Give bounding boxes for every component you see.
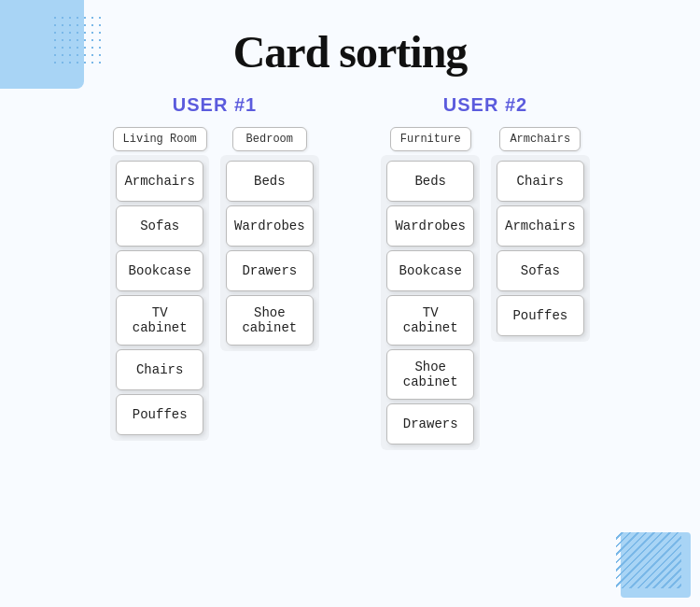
user1-living-room-group: Living Room ArmchairsSofasBookcaseTV cab… xyxy=(110,127,209,441)
list-item: Armchairs xyxy=(497,205,584,247)
user1-living-room-category: Living Room xyxy=(113,127,207,151)
user1-bedroom-category: Bedroom xyxy=(232,127,307,151)
list-item: Drawers xyxy=(386,403,474,445)
list-item: Armchairs xyxy=(116,161,203,202)
list-item: Shoe cabinet xyxy=(226,295,314,346)
list-item: Chairs xyxy=(497,161,584,202)
list-item: TV cabinet xyxy=(116,295,203,346)
decoration-br-lines xyxy=(616,532,681,588)
user2-furniture-items: BedsWardrobesBookcaseTV cabinetShoe cabi… xyxy=(381,155,480,450)
user2-columns: Furniture BedsWardrobesBookcaseTV cabine… xyxy=(381,127,589,450)
users-container: USER #1 Living Room ArmchairsSofasBookca… xyxy=(0,94,700,450)
list-item: TV cabinet xyxy=(386,295,474,346)
list-item: Sofas xyxy=(116,205,203,247)
decoration-tl-dots xyxy=(51,14,103,65)
list-item: Chairs xyxy=(116,349,203,390)
list-item: Pouffes xyxy=(116,394,203,435)
user2-armchairs-group: Armchairs ChairsArmchairsSofasPouffes xyxy=(491,127,590,342)
user1-living-room-items: ArmchairsSofasBookcaseTV cabinetChairsPo… xyxy=(110,155,209,441)
list-item: Wardrobes xyxy=(386,205,474,247)
user2-label: USER #2 xyxy=(443,94,527,116)
user2-armchairs-category: Armchairs xyxy=(499,127,581,151)
list-item: Drawers xyxy=(226,250,314,291)
user2-section: USER #2 Furniture BedsWardrobesBookcaseT… xyxy=(387,94,583,450)
user1-columns: Living Room ArmchairsSofasBookcaseTV cab… xyxy=(110,127,318,441)
list-item: Pouffes xyxy=(497,295,584,336)
list-item: Beds xyxy=(226,161,314,202)
list-item: Beds xyxy=(386,161,474,202)
user2-armchairs-items: ChairsArmchairsSofasPouffes xyxy=(491,155,590,342)
list-item: Bookcase xyxy=(116,250,203,291)
user2-furniture-category: Furniture xyxy=(390,127,471,151)
user1-label: USER #1 xyxy=(173,94,257,116)
list-item: Bookcase xyxy=(386,250,474,291)
user1-bedroom-items: BedsWardrobesDrawersShoe cabinet xyxy=(220,155,319,351)
list-item: Wardrobes xyxy=(226,205,314,247)
list-item: Shoe cabinet xyxy=(386,349,474,400)
user1-section: USER #1 Living Room ArmchairsSofasBookca… xyxy=(117,94,313,450)
user1-bedroom-group: Bedroom BedsWardrobesDrawersShoe cabinet xyxy=(220,127,319,351)
page-title: Card sorting xyxy=(0,0,700,78)
user2-furniture-group: Furniture BedsWardrobesBookcaseTV cabine… xyxy=(381,127,480,450)
list-item: Sofas xyxy=(497,250,584,291)
